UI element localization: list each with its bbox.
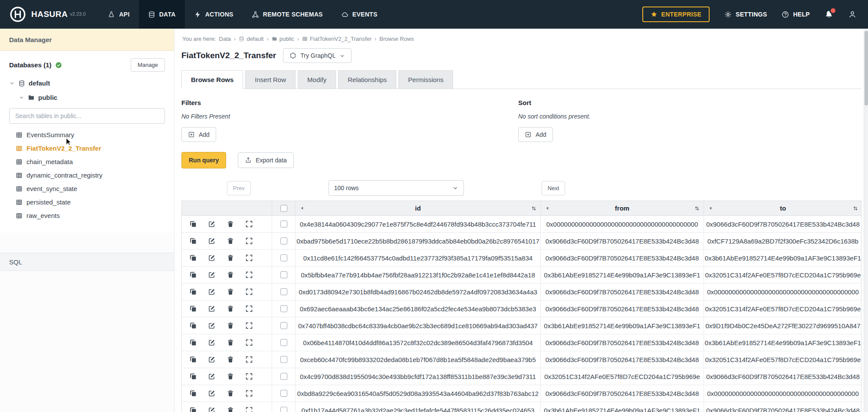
sort-column-icon[interactable] bbox=[694, 205, 700, 211]
scrollbar-thumb[interactable] bbox=[865, 31, 868, 105]
row-checkbox[interactable] bbox=[280, 356, 287, 363]
row-checkbox[interactable] bbox=[280, 390, 287, 397]
sidebar-table-fiattokenv2-2-transfer[interactable]: FiatTokenV2_2_Transfer bbox=[9, 142, 165, 155]
expand-row-button[interactable] bbox=[244, 253, 254, 263]
delete-row-button[interactable] bbox=[226, 389, 235, 398]
column-header-from[interactable]: from bbox=[540, 201, 704, 215]
table-search-input[interactable] bbox=[9, 108, 165, 124]
expand-row-button[interactable] bbox=[244, 321, 254, 330]
tab-browse-rows[interactable]: Browse Rows bbox=[181, 70, 243, 89]
expand-row-button[interactable] bbox=[244, 287, 254, 297]
delete-row-button[interactable] bbox=[226, 321, 235, 330]
breadcrumb-item-browse-rows[interactable]: Browse Rows bbox=[379, 36, 414, 42]
add-filter-button[interactable]: Add bbox=[181, 127, 216, 142]
delete-row-button[interactable] bbox=[226, 372, 235, 381]
clone-row-button[interactable] bbox=[188, 219, 198, 229]
sidebar-table-chain-metadata[interactable]: chain_metadata bbox=[9, 155, 165, 168]
row-checkbox[interactable] bbox=[280, 221, 287, 227]
clone-row-button[interactable] bbox=[188, 372, 198, 381]
delete-row-button[interactable] bbox=[226, 253, 235, 263]
row-checkbox[interactable] bbox=[280, 305, 287, 312]
row-checkbox[interactable] bbox=[280, 373, 287, 380]
next-page-button[interactable]: Next bbox=[542, 181, 566, 195]
expand-row-button[interactable] bbox=[244, 405, 254, 412]
clone-row-button[interactable] bbox=[188, 253, 198, 263]
run-query-button[interactable]: Run query bbox=[181, 152, 226, 168]
expand-row-button[interactable] bbox=[244, 304, 254, 313]
edit-row-button[interactable] bbox=[207, 236, 217, 246]
sidebar-table-persisted-state[interactable]: persisted_state bbox=[9, 195, 165, 209]
row-checkbox[interactable] bbox=[280, 254, 287, 261]
nav-item-api[interactable]: API bbox=[99, 0, 138, 29]
expand-row-button[interactable] bbox=[244, 372, 254, 381]
delete-row-button[interactable] bbox=[226, 287, 235, 297]
clone-row-button[interactable] bbox=[188, 355, 198, 364]
clone-row-button[interactable] bbox=[188, 321, 198, 330]
sidebar-table-event-sync-state[interactable]: event_sync_state bbox=[9, 182, 165, 195]
vertical-scrollbar[interactable] bbox=[864, 29, 868, 412]
sort-column-icon[interactable] bbox=[852, 205, 858, 211]
expand-row-button[interactable] bbox=[244, 270, 254, 280]
edit-row-button[interactable] bbox=[207, 355, 217, 364]
delete-row-button[interactable] bbox=[226, 355, 235, 364]
expand-row-button[interactable] bbox=[244, 355, 254, 364]
clone-row-button[interactable] bbox=[188, 405, 198, 412]
row-checkbox[interactable] bbox=[280, 339, 287, 346]
try-graphql-button[interactable]: Try GraphQL bbox=[283, 48, 352, 63]
row-checkbox[interactable] bbox=[280, 288, 287, 295]
hasura-logo-icon[interactable] bbox=[10, 6, 26, 23]
clone-row-button[interactable] bbox=[188, 389, 198, 398]
add-sort-button[interactable]: Add bbox=[518, 127, 553, 142]
column-header-id[interactable]: id bbox=[295, 201, 540, 215]
breadcrumb-item-public[interactable]: public bbox=[272, 36, 294, 42]
clone-row-button[interactable] bbox=[188, 304, 198, 313]
clone-row-button[interactable] bbox=[188, 236, 198, 246]
settings-button[interactable]: SETTINGS bbox=[724, 11, 767, 18]
database-tree-item-default[interactable]: default bbox=[9, 76, 165, 90]
expand-row-button[interactable] bbox=[244, 338, 254, 347]
edit-row-button[interactable] bbox=[207, 253, 217, 263]
row-checkbox[interactable] bbox=[280, 322, 287, 329]
clone-row-button[interactable] bbox=[188, 270, 198, 280]
edit-row-button[interactable] bbox=[207, 287, 217, 297]
tab-insert-row[interactable]: Insert Row bbox=[245, 70, 296, 89]
nav-item-actions[interactable]: ACTIONS bbox=[185, 0, 243, 29]
edit-row-button[interactable] bbox=[207, 338, 217, 347]
delete-row-button[interactable] bbox=[226, 270, 235, 280]
sort-column-icon[interactable] bbox=[531, 205, 537, 211]
tab-permissions[interactable]: Permissions bbox=[398, 70, 453, 89]
breadcrumb-item-fiattokenv2-2-transfer[interactable]: FiatTokenV2_2_Transfer bbox=[302, 36, 372, 42]
schema-tree-item-public[interactable]: public bbox=[9, 90, 165, 105]
sidebar-table-eventssummary[interactable]: EventsSummary bbox=[9, 128, 165, 142]
page-size-select[interactable]: 100 rows bbox=[329, 180, 464, 196]
tab-relationships[interactable]: Relationships bbox=[338, 70, 396, 89]
collapse-column-icon[interactable] bbox=[545, 205, 550, 211]
manage-button[interactable]: Manage bbox=[131, 58, 165, 72]
delete-row-button[interactable] bbox=[226, 338, 235, 347]
expand-row-button[interactable] bbox=[244, 389, 254, 398]
nav-item-remote-schemas[interactable]: REMOTE SCHEMAS bbox=[243, 0, 332, 29]
sidebar-table-raw-events[interactable]: raw_events bbox=[9, 209, 165, 222]
nav-item-events[interactable]: EVENTS bbox=[332, 0, 387, 29]
chevron-down-icon[interactable] bbox=[9, 80, 15, 86]
tab-modify[interactable]: Modify bbox=[298, 70, 336, 89]
export-data-button[interactable]: Export data bbox=[238, 152, 294, 168]
column-header-to[interactable]: to bbox=[704, 201, 862, 215]
sql-section[interactable]: SQL bbox=[0, 253, 174, 271]
nav-item-data[interactable]: DATA bbox=[139, 0, 185, 29]
row-checkbox[interactable] bbox=[280, 237, 287, 244]
help-button[interactable]: HELP bbox=[782, 11, 810, 18]
edit-row-button[interactable] bbox=[207, 219, 217, 229]
clone-row-button[interactable] bbox=[188, 287, 198, 297]
delete-row-button[interactable] bbox=[226, 219, 235, 229]
expand-row-button[interactable] bbox=[244, 219, 254, 229]
delete-row-button[interactable] bbox=[226, 405, 235, 412]
user-menu-button[interactable] bbox=[848, 10, 857, 19]
select-all-checkbox[interactable] bbox=[280, 205, 287, 212]
edit-row-button[interactable] bbox=[207, 270, 217, 280]
breadcrumb-item-data[interactable]: Data bbox=[219, 36, 231, 42]
edit-row-button[interactable] bbox=[207, 389, 217, 398]
edit-row-button[interactable] bbox=[207, 372, 217, 381]
edit-row-button[interactable] bbox=[207, 304, 217, 313]
prev-page-button[interactable]: Prev bbox=[227, 181, 251, 195]
